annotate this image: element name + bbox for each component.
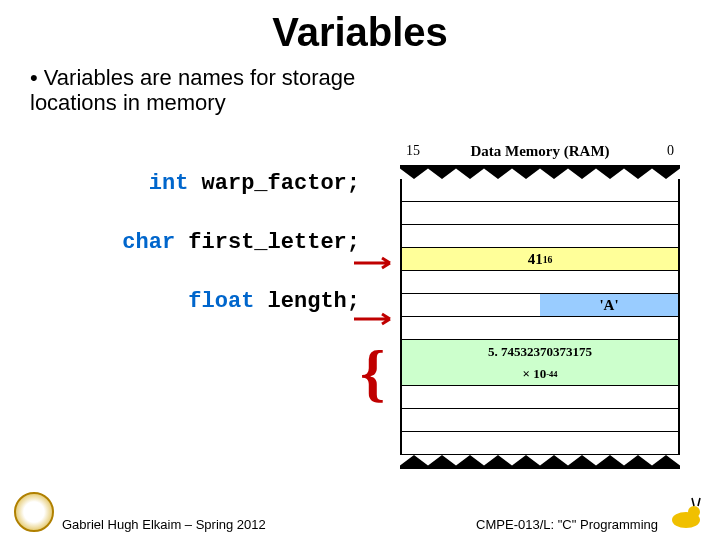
- memory-row-float-2: × 10-44: [402, 363, 678, 386]
- memory-row: [402, 386, 678, 409]
- content-area: Variables are names for storage location…: [0, 55, 720, 314]
- memory-diagram: 15 Data Memory (RAM) 0 4116 'A': [400, 143, 680, 469]
- memory-label: Data Memory (RAM): [400, 143, 680, 160]
- zigzag-bottom-icon: [400, 455, 680, 469]
- float-value-exp: -44: [546, 369, 557, 379]
- float-value-mult: × 10: [523, 366, 547, 382]
- bit-low: 0: [667, 143, 674, 159]
- zigzag-top-icon: [400, 165, 680, 179]
- keyword-char: char: [122, 230, 175, 255]
- slide-title: Variables: [0, 10, 720, 55]
- keyword-float: float: [188, 289, 254, 314]
- memory-row: [402, 202, 678, 225]
- memory-table: 4116 'A' 5. 74532370373175 × 10-44: [400, 179, 680, 455]
- seal-icon: [14, 492, 54, 532]
- keyword-int: int: [149, 171, 189, 196]
- memory-row: [402, 432, 678, 455]
- svg-line-3: [698, 498, 700, 506]
- memory-row: [402, 225, 678, 248]
- svg-line-2: [692, 498, 694, 506]
- footer-author: Gabriel Hugh Elkaim – Spring 2012: [62, 517, 266, 532]
- footer-course: CMPE-013/L: "C" Programming: [476, 517, 658, 532]
- code-rest-char: first_letter;: [175, 230, 360, 255]
- bullet-text: Variables are names for storage location…: [30, 65, 380, 116]
- memory-row: [402, 271, 678, 294]
- memory-header: 15 Data Memory (RAM) 0: [400, 143, 680, 165]
- char-value: 'A': [599, 297, 618, 314]
- code-line-int: int warp_factor;: [30, 171, 360, 196]
- svg-point-1: [688, 506, 700, 518]
- slug-icon: [666, 492, 706, 532]
- memory-row-float-1: 5. 74532370373175: [402, 340, 678, 363]
- code-rest-float: length;: [254, 289, 360, 314]
- footer: Gabriel Hugh Elkaim – Spring 2012 CMPE-0…: [0, 486, 720, 534]
- footer-right: CMPE-013/L: "C" Programming: [476, 492, 706, 532]
- int-value: 41: [528, 251, 543, 268]
- code-line-char: char first_letter;: [30, 230, 360, 255]
- memory-row: [402, 179, 678, 202]
- footer-left: Gabriel Hugh Elkaim – Spring 2012: [14, 492, 266, 532]
- int-value-sub: 16: [543, 254, 553, 265]
- arrow-icon: [354, 256, 402, 270]
- bit-high: 15: [406, 143, 420, 159]
- code-list: int warp_factor; char first_letter; floa…: [30, 171, 360, 314]
- arrow-icon: [354, 312, 402, 326]
- code-rest-int: warp_factor;: [188, 171, 360, 196]
- memory-row: [402, 317, 678, 340]
- float-value-mantissa: 5. 74532370373175: [488, 344, 592, 360]
- code-line-float: float length;: [30, 289, 360, 314]
- brace-icon: {: [360, 345, 394, 401]
- memory-row: [402, 409, 678, 432]
- memory-row-int: 4116: [402, 248, 678, 271]
- memory-row-char: 'A': [402, 294, 678, 317]
